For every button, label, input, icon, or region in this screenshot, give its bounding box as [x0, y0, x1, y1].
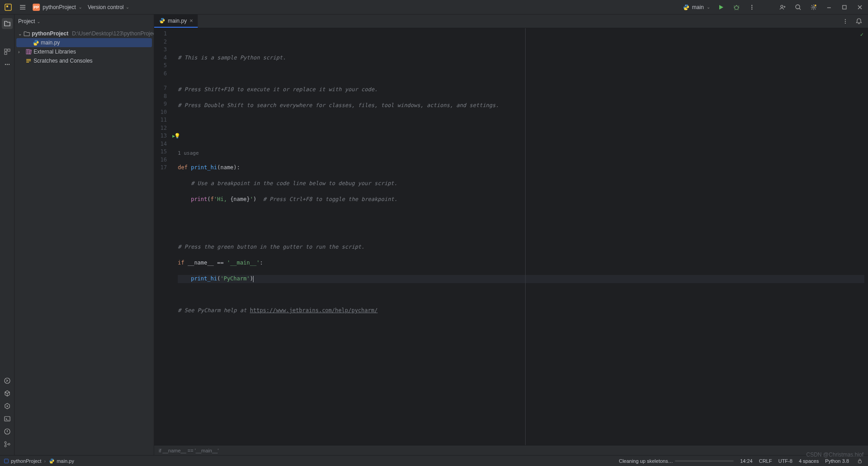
packages-tool-button[interactable]	[2, 388, 13, 399]
watermark: CSDN @Christmas.hiof	[806, 451, 863, 458]
background-task-label: Cleaning up skeletons…	[619, 458, 673, 464]
svg-point-9	[796, 5, 800, 9]
collapse-arrow-icon[interactable]: ›	[18, 49, 24, 54]
expand-arrow-icon[interactable]: ⌄	[18, 31, 22, 36]
editor-gutter[interactable]: 1 2 3 4 5 6 7 8 9 10 11 12 13▶💡 14 15 16…	[154, 28, 176, 445]
tree-root-path: D:\User\Desktop\123\pythonProject	[72, 30, 154, 37]
svg-point-11	[814, 5, 816, 6]
tab-more-icon[interactable]	[841, 17, 850, 26]
svg-rect-1	[6, 5, 8, 7]
debug-button[interactable]	[732, 3, 741, 12]
chevron-down-icon: ⌄	[78, 5, 82, 10]
python-file-icon	[33, 39, 39, 46]
interpreter[interactable]: Python 3.8	[825, 458, 849, 464]
cursor-position[interactable]: 14:24	[740, 458, 753, 464]
nav-crumb-project-label: pythonProject	[11, 458, 41, 464]
svg-point-7	[751, 8, 752, 9]
structure-tool-button[interactable]	[2, 46, 13, 57]
hamburger-menu-icon[interactable]	[18, 3, 27, 12]
version-control-label: Version control	[88, 4, 123, 10]
tree-file-main[interactable]: main.py	[16, 38, 152, 47]
usage-hint[interactable]: 1 usage	[178, 149, 864, 156]
line-separator[interactable]: CRLF	[759, 458, 772, 464]
project-tree[interactable]: ⌄ pythonProject D:\User\Desktop\123\pyth…	[15, 28, 154, 455]
run-configuration-selector[interactable]: main ⌄	[683, 4, 710, 10]
nav-crumb-file-label: main.py	[57, 458, 74, 464]
library-icon	[25, 49, 32, 55]
tab-label: main.py	[168, 18, 187, 24]
left-tool-stripe	[0, 15, 15, 455]
svg-point-25	[8, 443, 10, 445]
terminal-tool-button[interactable]	[2, 413, 13, 424]
python-file-icon	[49, 458, 55, 464]
project-badge-icon: PP	[33, 4, 40, 11]
code-with-me-icon[interactable]	[778, 3, 787, 12]
status-bar: pythonProject › main.py Cleaning up skel…	[0, 455, 868, 466]
crumb-separator: ›	[44, 458, 46, 464]
problems-tool-button[interactable]	[2, 426, 13, 437]
app-logo-icon[interactable]	[4, 3, 13, 12]
project-panel-header[interactable]: Project ⌄	[15, 15, 154, 28]
settings-icon[interactable]	[809, 3, 818, 12]
top-toolbar: PP pythonProject ⌄ Version control ⌄ mai…	[0, 0, 868, 15]
tree-scratches-label: Scratches and Consoles	[34, 58, 93, 64]
svg-rect-33	[858, 461, 862, 463]
svg-point-24	[5, 445, 6, 447]
more-tools-button[interactable]	[2, 59, 13, 70]
code-body[interactable]: ✓ # This is a sample Python script. # Pr…	[176, 28, 868, 445]
svg-rect-14	[8, 49, 10, 51]
background-task[interactable]: Cleaning up skeletons…	[619, 458, 734, 464]
search-icon[interactable]	[794, 3, 803, 12]
svg-point-4	[735, 6, 738, 10]
tree-root-folder[interactable]: ⌄ pythonProject D:\User\Desktop\123\pyth…	[16, 29, 152, 38]
python-icon	[683, 4, 689, 10]
git-tool-button[interactable]	[2, 439, 13, 450]
right-margin-guide	[525, 28, 526, 445]
tree-root-label: pythonProject	[32, 30, 68, 37]
svg-point-8	[781, 5, 783, 7]
project-selector[interactable]: PP pythonProject ⌄	[33, 4, 82, 11]
services-tool-button[interactable]	[2, 401, 13, 412]
python-file-icon	[159, 18, 165, 24]
svg-point-29	[845, 19, 846, 20]
project-tool-button[interactable]	[2, 18, 13, 29]
editor-area: main.py × 1 2 3 4 5 6	[154, 15, 868, 455]
close-window-icon[interactable]	[855, 3, 864, 12]
editor-tab-bar: main.py ×	[154, 15, 868, 28]
analysis-ok-icon[interactable]: ✓	[860, 31, 863, 39]
tree-external-libraries[interactable]: › External Libraries	[16, 47, 152, 56]
maximize-window-icon[interactable]	[840, 3, 849, 12]
tree-scratches[interactable]: Scratches and Consoles	[16, 56, 152, 65]
svg-point-30	[845, 20, 846, 21]
chevron-down-icon: ⌄	[37, 19, 40, 24]
svg-rect-28	[29, 50, 31, 54]
project-panel: Project ⌄ ⌄ pythonProject D:\User\Deskto…	[15, 15, 154, 455]
minimize-window-icon[interactable]	[824, 3, 834, 12]
editor-tab-main[interactable]: main.py ×	[154, 15, 198, 28]
run-config-label: main	[692, 4, 704, 10]
tree-extlib-label: External Libraries	[34, 49, 76, 55]
more-actions-button[interactable]	[747, 3, 756, 12]
run-button[interactable]	[717, 3, 726, 12]
svg-point-31	[845, 22, 846, 23]
version-control-menu[interactable]: Version control ⌄	[88, 4, 129, 10]
python-console-tool-button[interactable]	[2, 375, 13, 386]
panel-title: Project	[18, 18, 35, 25]
nav-crumb-project[interactable]: pythonProject	[4, 458, 41, 464]
svg-point-5	[751, 5, 752, 5]
code-editor[interactable]: 1 2 3 4 5 6 7 8 9 10 11 12 13▶💡 14 15 16…	[154, 28, 868, 445]
svg-point-20	[6, 406, 8, 407]
svg-rect-32	[5, 459, 9, 463]
close-tab-icon[interactable]: ×	[190, 17, 193, 24]
indent-setting[interactable]: 4 spaces	[799, 458, 819, 464]
svg-point-6	[751, 6, 752, 7]
editor-breadcrumb[interactable]: if __name__ == '__main__'	[154, 445, 868, 455]
file-encoding[interactable]: UTF-8	[778, 458, 792, 464]
chevron-down-icon: ⌄	[707, 5, 710, 10]
svg-rect-13	[5, 49, 7, 51]
svg-rect-15	[5, 52, 7, 54]
nav-crumb-file[interactable]: main.py	[49, 458, 74, 464]
scratches-icon	[25, 58, 32, 64]
svg-point-3	[687, 9, 687, 9]
notifications-icon[interactable]	[854, 17, 863, 26]
